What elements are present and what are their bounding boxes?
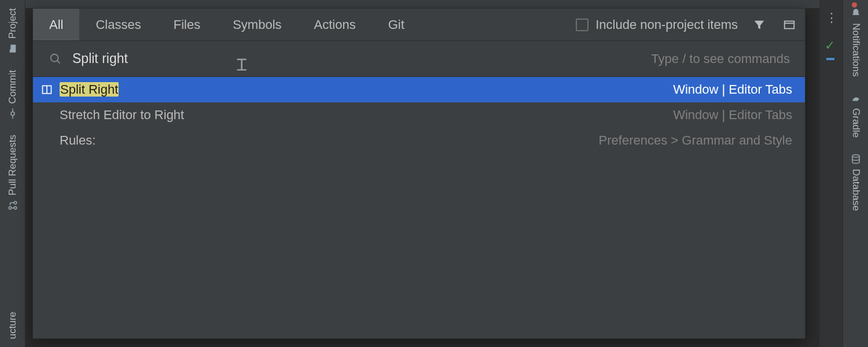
result-row[interactable]: Stretch Editor to Right Window | Editor … [33,102,805,128]
svg-point-5 [14,202,17,205]
tab-label: Files [174,17,200,32]
tab-actions[interactable]: Actions [298,9,372,40]
tab-files[interactable]: Files [157,9,216,40]
toolwindow-notifications[interactable]: Notifications [848,0,864,85]
split-right-icon [39,84,55,95]
search-row: Type / to see commands [33,41,805,77]
bell-icon [851,8,861,19]
checkbox-icon [576,19,589,31]
result-row[interactable]: Split Right Window | Editor Tabs [33,77,805,102]
tab-git[interactable]: Git [372,9,421,40]
kebab-menu-icon[interactable]: ⋮ [825,10,838,25]
commit-icon [8,108,18,119]
database-icon [851,154,861,164]
check-icon: ✓ [825,38,835,53]
tab-all[interactable]: All [33,9,79,40]
toolwindow-commit[interactable]: Commit [5,62,21,127]
svg-rect-7 [785,21,795,28]
result-label: Rules: [60,133,95,148]
tab-label: Git [388,17,404,32]
toolwindow-label: Gradle [850,108,862,138]
open-in-new-button[interactable] [781,16,798,34]
editor-error-stripe: ✓ [819,0,843,347]
tab-label: All [49,17,63,32]
toolwindow-pull-requests[interactable]: Pull Requests [5,127,21,219]
toolwindow-label: Pull Requests [7,135,19,195]
toolwindow-label: ucture [7,312,19,339]
tab-label: Classes [95,17,141,32]
tab-label: Symbols [233,17,281,32]
toolwindow-label: Project [7,8,19,39]
editor-tab-bar [25,0,819,8]
search-input[interactable] [72,41,651,76]
notification-dot-icon [852,2,857,8]
toolwindow-label: Notifications [850,23,862,77]
toolwindow-label: Commit [7,70,19,104]
checkbox-label: Include non-project items [595,17,738,32]
toolwindow-gradle[interactable]: Gradle [848,85,864,146]
include-non-project-checkbox[interactable]: Include non-project items [576,17,738,32]
filter-button[interactable] [751,16,768,34]
result-label: Split Right [60,82,119,97]
gutter-marker[interactable] [826,58,834,60]
search-hint: Type / to see commands [651,51,803,67]
funnel-icon [753,19,766,31]
pull-request-icon [8,200,18,211]
result-path: Window | Editor Tabs [673,108,792,123]
tab-symbols[interactable]: Symbols [216,9,297,40]
toolwindow-label: Database [850,169,862,211]
result-row[interactable]: Rules: Preferences > Grammar and Style [33,128,805,153]
right-toolwindow-strip: Notifications Gradle Database [843,0,868,347]
left-toolwindow-strip: Project Commit Pull Requests ucture [0,0,25,347]
svg-line-10 [57,60,60,63]
folder-icon [8,43,18,54]
tab-classes[interactable]: Classes [79,9,157,40]
search-everywhere-popup: All Classes Files Symbols Actions Git In… [32,8,806,339]
result-label: Stretch Editor to Right [60,108,184,123]
toolwindow-structure[interactable]: ucture [5,304,21,347]
gradle-icon [851,93,861,104]
tab-label: Actions [314,17,356,32]
search-results-list: Split Right Window | Editor Tabs Stretch… [33,77,805,338]
search-popup-tabs: All Classes Files Symbols Actions Git In… [33,9,805,41]
window-icon [783,19,796,31]
result-path: Window | Editor Tabs [673,82,792,97]
result-highlight: Split Right [60,82,119,97]
result-path: Preferences > Grammar and Style [599,133,792,148]
svg-point-9 [51,54,58,61]
search-icon [49,53,62,65]
toolwindow-project[interactable]: Project [5,0,21,62]
svg-point-6 [852,154,859,157]
svg-point-3 [9,207,12,210]
svg-point-4 [14,207,17,210]
toolwindow-database[interactable]: Database [848,146,864,219]
svg-point-0 [11,112,14,115]
